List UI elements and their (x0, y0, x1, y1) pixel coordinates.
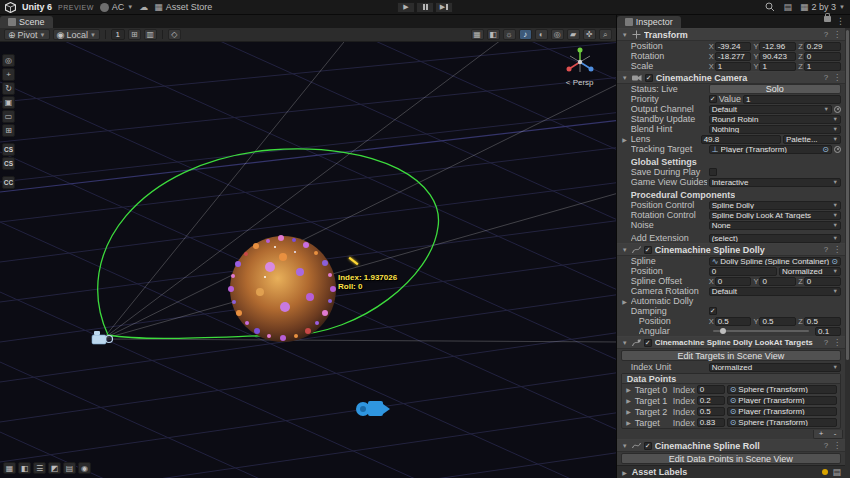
position-y-field[interactable]: -12.96 (759, 42, 796, 51)
layers-icon[interactable]: ▤ (783, 2, 792, 12)
scrollbar-thumb[interactable] (846, 30, 849, 360)
rotation-y-field[interactable]: 90.423 (759, 52, 796, 61)
edit-targets-button[interactable]: Edit Targets in Scene View (621, 350, 841, 361)
lens-mode-dropdown[interactable]: Palette...▼ (783, 135, 841, 144)
position-control-dropdown[interactable]: Spline Dolly▼ (709, 201, 841, 210)
damping-y-field[interactable]: 0.5 (759, 317, 796, 326)
damping-z-field[interactable]: 0.5 (804, 317, 841, 326)
priority-checkbox[interactable]: ✓ (709, 95, 717, 103)
lighting-toggle-button[interactable]: ☼ (503, 29, 516, 40)
tracking-target-object-field[interactable]: ⊥ Player (Transform) ⊙ (709, 145, 832, 154)
search-scene-button[interactable]: ⌕ (599, 29, 612, 40)
grid-size-field[interactable]: 1 (111, 29, 125, 40)
noise-dropdown[interactable]: None▼ (709, 221, 841, 230)
kebab-icon[interactable]: ⋮ (833, 245, 841, 254)
foldout-icon[interactable]: ▼ (621, 75, 629, 81)
custom-tool-cc-button[interactable]: CC (2, 176, 15, 189)
audio-toggle-button[interactable]: ♪ (519, 29, 532, 40)
offset-x-field[interactable]: 0 (715, 277, 752, 286)
position-z-field[interactable]: 0.29 (804, 42, 841, 51)
effects-toggle-button[interactable]: ◐ (535, 29, 548, 40)
gizmos-dropdown[interactable]: ✜ (583, 29, 596, 40)
component-header-spline-dolly[interactable]: ▼ ✓ Cinemachine Spline Dolly ? ⋮ (617, 243, 845, 256)
kebab-icon[interactable]: ⋮ (833, 338, 841, 347)
target-row[interactable]: ▶ Target Index 0.83 ⊙Sphere (Transform) (622, 417, 840, 428)
rect-tool-button[interactable]: ▭ (2, 110, 15, 123)
foldout-icon[interactable]: ▶ (625, 419, 633, 426)
layout-dropdown[interactable]: ▦ 2 by 3 ▼ (800, 2, 845, 12)
enabled-checkbox[interactable]: ✓ (644, 246, 652, 254)
view-tool-button[interactable]: ◎ (2, 54, 15, 67)
offset-y-field[interactable]: 0 (759, 277, 796, 286)
layers-overlay-button[interactable]: ▤ (63, 462, 76, 474)
rotation-z-field[interactable]: 0 (804, 52, 841, 61)
shading-button[interactable]: ◩ (48, 462, 61, 474)
handle-rotation-dropdown[interactable]: ◉ Local ▼ (53, 29, 100, 40)
offset-z-field[interactable]: 0 (804, 277, 841, 286)
move-overlay-button[interactable]: ◧ (18, 462, 31, 474)
kebab-icon[interactable]: ⋮ (833, 73, 841, 82)
target-object-field[interactable]: ⊙Player (Transform) (727, 396, 837, 405)
foldout-icon[interactable]: ▶ (625, 408, 633, 415)
foldout-icon[interactable]: ▶ (625, 397, 633, 404)
component-header-lookat-targets[interactable]: ▼ ✓ Cinemachine Spline Dolly LookAt Targ… (617, 336, 845, 349)
component-header-spline-roll[interactable]: ▼ ✓ Cinemachine Spline Roll ? ⋮ (617, 439, 845, 452)
target-index-field[interactable]: 0 (697, 385, 725, 394)
component-header-cinemachine-camera[interactable]: ▼ ✓ Cinemachine Camera ? ⋮ (617, 71, 845, 84)
output-channel-dropdown[interactable]: Default▼ (709, 105, 832, 114)
add-extension-dropdown[interactable]: (select)▼ (709, 234, 841, 243)
spline-object-field[interactable]: ∿ Dolly Spline (Spline Container) ⊙ (709, 257, 841, 266)
target-object-field[interactable]: ⊙Player (Transform) (727, 407, 837, 416)
cinemachine-camera-gizmo[interactable] (356, 401, 390, 416)
inspector-scrollbar[interactable] (845, 28, 850, 478)
foldout-icon[interactable]: ▶ (621, 136, 629, 143)
blend-hint-dropdown[interactable]: Nothing▼ (709, 125, 841, 134)
shading-mode-button[interactable]: ▦ (471, 29, 484, 40)
custom-tool-cs-button[interactable]: CS (2, 143, 15, 156)
target-object-field[interactable]: ⊙Sphere (Transform) (727, 418, 837, 427)
2d-mode-button[interactable]: ◧ (487, 29, 500, 40)
damping-checkbox[interactable]: ✓ (709, 307, 717, 315)
scene-visibility-button[interactable]: ◎ (551, 29, 564, 40)
tab-scene[interactable]: Scene (0, 16, 53, 28)
help-icon[interactable]: ? (822, 73, 830, 82)
target-row[interactable]: ▶ Target 2 Index 0.5 ⊙Player (Transform) (622, 406, 840, 417)
play-button[interactable]: ▶ (397, 2, 415, 13)
scale-x-field[interactable]: 1 (715, 62, 752, 71)
foldout-icon[interactable]: ▼ (621, 247, 629, 253)
enabled-checkbox[interactable]: ✓ (644, 442, 652, 450)
dolly-position-field[interactable]: 0 (709, 267, 777, 276)
orientation-button[interactable]: ☰ (33, 462, 46, 474)
help-icon[interactable]: ? (822, 30, 830, 39)
custom-tool-cs2-button[interactable]: CS (2, 157, 15, 170)
scale-tool-button[interactable]: ▣ (2, 96, 15, 109)
position-unit-dropdown[interactable]: Normalized▼ (779, 267, 841, 276)
solo-button[interactable]: Solo (709, 84, 841, 94)
pivot-dropdown[interactable]: ⊕ Pivot ▼ (4, 29, 50, 40)
save-during-play-checkbox[interactable] (709, 168, 717, 176)
kebab-icon[interactable]: ⋮ (833, 441, 841, 450)
sphere-object[interactable] (230, 236, 336, 342)
object-picker-icon[interactable]: ⊙ (831, 257, 838, 266)
scale-z-field[interactable]: 1 (804, 62, 841, 71)
cloud-icon[interactable]: ☁ (139, 2, 148, 12)
data-points-header[interactable]: Data Points (622, 374, 840, 384)
pause-button[interactable] (416, 2, 434, 13)
target-row[interactable]: ▶ Target 1 Index 0.2 ⊙Player (Transform) (622, 395, 840, 406)
camera-overlay-button[interactable]: ◉ (78, 462, 91, 474)
component-header-transform[interactable]: ▼ Transform ? ⋮ (617, 28, 845, 41)
rotation-control-dropdown[interactable]: Spline Dolly Look At Targets▼ (709, 211, 841, 220)
scale-y-field[interactable]: 1 (759, 62, 796, 71)
position-x-field[interactable]: -39.24 (715, 42, 752, 51)
help-icon[interactable]: ? (822, 245, 830, 254)
grid-visibility-button[interactable]: ▦ (3, 462, 16, 474)
rotate-tool-button[interactable]: ↻ (2, 82, 15, 95)
foldout-icon[interactable]: ▶ (625, 386, 633, 393)
rotation-x-field[interactable]: -18.277 (715, 52, 752, 61)
tab-inspector[interactable]: Inspector (617, 16, 681, 28)
grid-snap-button[interactable]: ⊞ (128, 29, 141, 40)
label-icon[interactable] (822, 469, 828, 475)
damping-x-field[interactable]: 0.5 (715, 317, 752, 326)
gear-icon[interactable] (834, 106, 841, 113)
foldout-icon[interactable]: ▶ (621, 469, 629, 476)
